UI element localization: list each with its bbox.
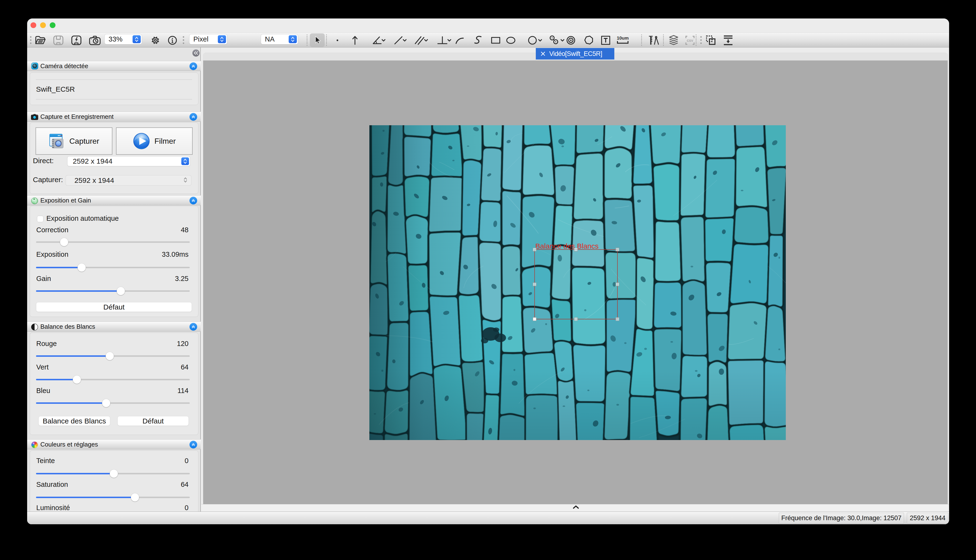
svg-text:10um: 10um [617,35,629,40]
svg-text:Balance des Blancs: Balance des Blancs [535,242,599,250]
svg-text:CSV: CSV [687,39,694,42]
